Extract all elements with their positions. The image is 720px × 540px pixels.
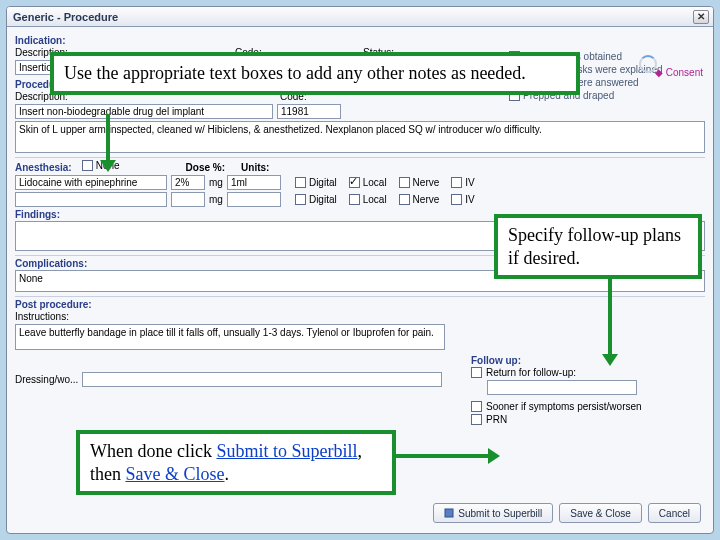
local-checkbox-2[interactable] <box>349 194 360 205</box>
anesthesia-none-checkbox[interactable] <box>82 160 93 171</box>
return-followup-checkbox[interactable] <box>471 367 482 378</box>
save-close-button[interactable]: Save & Close <box>559 503 642 523</box>
local-checkbox-1[interactable] <box>349 177 360 188</box>
return-followup-input[interactable] <box>487 380 637 395</box>
mg-label-2: mg <box>209 194 223 205</box>
titlebar: Generic - Procedure ✕ <box>7 7 713 27</box>
proc-code-input[interactable] <box>277 104 341 119</box>
submit-to-superbill-button[interactable]: Submit to Superbill <box>433 503 553 523</box>
prn-checkbox[interactable] <box>471 414 482 425</box>
mg-label-1: mg <box>209 177 223 188</box>
callout-right: Specify follow-up plans if desired. <box>494 214 702 279</box>
dose-pct-label: Dose %: <box>186 162 225 173</box>
cancel-button[interactable]: Cancel <box>648 503 701 523</box>
callout-top: Use the appropriate text boxes to add an… <box>50 52 580 95</box>
consent-link[interactable]: Consent <box>655 67 703 78</box>
post-procedure-section: Post procedure: <box>15 299 705 310</box>
followup-section: Follow up: <box>471 355 701 366</box>
arrow-head-right <box>602 354 618 366</box>
submit-icon <box>444 508 454 518</box>
arrow-head-bottom <box>488 448 500 464</box>
dose-pct-input[interactable] <box>171 175 205 190</box>
nerve-checkbox-1[interactable] <box>399 177 410 188</box>
arrow-line-right <box>608 274 612 356</box>
dressing-input[interactable] <box>82 372 442 387</box>
digital-checkbox-1[interactable] <box>295 177 306 188</box>
dose-pct-input-2[interactable] <box>171 192 205 207</box>
followup-panel: Follow up: Return for follow-up: Sooner … <box>471 353 701 427</box>
dressing-label: Dressing/wo... <box>15 374 78 385</box>
arrow-line-top <box>106 114 110 162</box>
sooner-checkbox[interactable] <box>471 401 482 412</box>
arrow-head-top <box>100 160 116 172</box>
callout-submit-link[interactable]: Submit to Superbill <box>216 441 357 461</box>
window-title: Generic - Procedure <box>13 11 118 23</box>
digital-checkbox-2[interactable] <box>295 194 306 205</box>
anesthesia-drug-input[interactable] <box>15 175 167 190</box>
proc-description-input[interactable] <box>15 104 273 119</box>
units-input-1[interactable] <box>227 175 281 190</box>
proc-narrative-input[interactable]: Skin of L upper arm inspected, cleaned w… <box>15 121 705 153</box>
close-icon[interactable]: ✕ <box>693 10 709 24</box>
anesthesia-section: Anesthesia: <box>15 162 72 173</box>
instructions-input[interactable]: Leave butterfly bandage in place till it… <box>15 324 445 350</box>
anesthesia-drug-input-2[interactable] <box>15 192 167 207</box>
callout-bottom: When done click Submit to Superbill, the… <box>76 430 396 495</box>
callout-saveclose-link[interactable]: Save & Close <box>126 464 225 484</box>
units-label: Units: <box>241 162 269 173</box>
sooner-label: Sooner if symptoms persist/worsen <box>486 401 642 412</box>
indication-section: Indication: <box>15 35 705 46</box>
arrow-line-bottom <box>396 454 490 458</box>
button-bar: Submit to Superbill Save & Close Cancel <box>433 503 701 523</box>
return-followup-label: Return for follow-up: <box>486 367 576 378</box>
iv-checkbox-2[interactable] <box>451 194 462 205</box>
svg-rect-0 <box>445 509 453 517</box>
instructions-label: Instructions: <box>15 311 69 322</box>
iv-checkbox-1[interactable] <box>451 177 462 188</box>
nerve-checkbox-2[interactable] <box>399 194 410 205</box>
prn-label: PRN <box>486 414 507 425</box>
units-input-2[interactable] <box>227 192 281 207</box>
